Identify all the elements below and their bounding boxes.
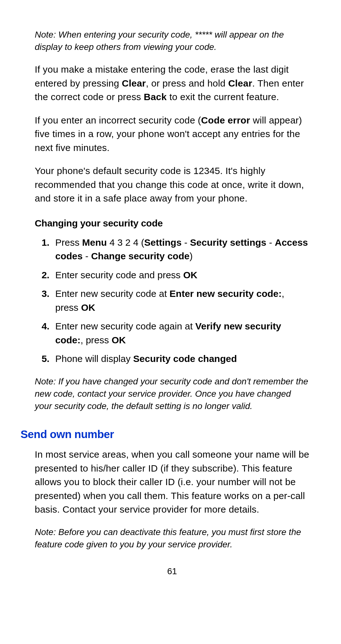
text: Press (55, 237, 82, 248)
paragraph-incorrect: If you enter an incorrect security code … (35, 113, 309, 155)
text: If you enter an incorrect security code … (35, 115, 201, 125)
step-3: Enter new security code at Enter new sec… (52, 287, 309, 314)
text: Enter new security code again at (55, 321, 195, 331)
text: Enter new security code at (55, 288, 170, 299)
note-bottom: Note: Before you can deactivate this fea… (35, 526, 309, 551)
step-2: Enter security code and press OK (52, 268, 309, 282)
bold-settings: Settings (144, 237, 182, 248)
text: 4 3 2 4 ( (107, 237, 144, 248)
bold-clear: Clear (228, 78, 252, 88)
bold-security-code-changed: Security code changed (133, 353, 237, 364)
bold-security-settings: Security settings (190, 237, 266, 248)
document-page: Note: When entering your security code, … (0, 0, 341, 595)
text: to exit the current feature. (167, 92, 279, 102)
bold-code-error: Code error (201, 115, 250, 125)
paragraph-default-code: Your phone's default security code is 12… (35, 164, 309, 205)
bold-back: Back (144, 92, 167, 102)
step-5: Phone will display Security code changed (52, 352, 309, 366)
bold-menu: Menu (82, 237, 107, 248)
bold-clear: Clear (122, 78, 146, 88)
bold-ok: OK (183, 270, 197, 280)
note-mid: Note: If you have changed your security … (35, 375, 309, 412)
section-heading-send-own-number: Send own number (21, 428, 309, 441)
bold-enter-new-code: Enter new security code: (170, 288, 282, 299)
step-1: Press Menu 4 3 2 4 (Settings - Security … (52, 236, 309, 263)
bold-change-security-code: Change security code (91, 251, 189, 261)
text: , press (81, 335, 111, 345)
text: - (83, 251, 91, 261)
page-number: 61 (35, 566, 309, 576)
text: - (182, 237, 190, 248)
step-4: Enter new security code again at Verify … (52, 319, 309, 347)
note-top: Note: When entering your security code, … (35, 28, 309, 53)
paragraph-send-own-number: In most service areas, when you call som… (35, 448, 309, 516)
text: Phone will display (55, 353, 133, 364)
text: Enter security code and press (55, 270, 183, 280)
paragraph-mistake: If you make a mistake entering the code,… (35, 63, 309, 104)
sub-heading-changing-code: Changing your security code (35, 218, 309, 229)
steps-list: Press Menu 4 3 2 4 (Settings - Security … (35, 236, 309, 366)
bold-ok: OK (81, 302, 95, 313)
text: ) (189, 251, 193, 261)
text: - (266, 237, 275, 248)
bold-ok: OK (111, 335, 126, 345)
text: , or press and hold (146, 78, 228, 88)
